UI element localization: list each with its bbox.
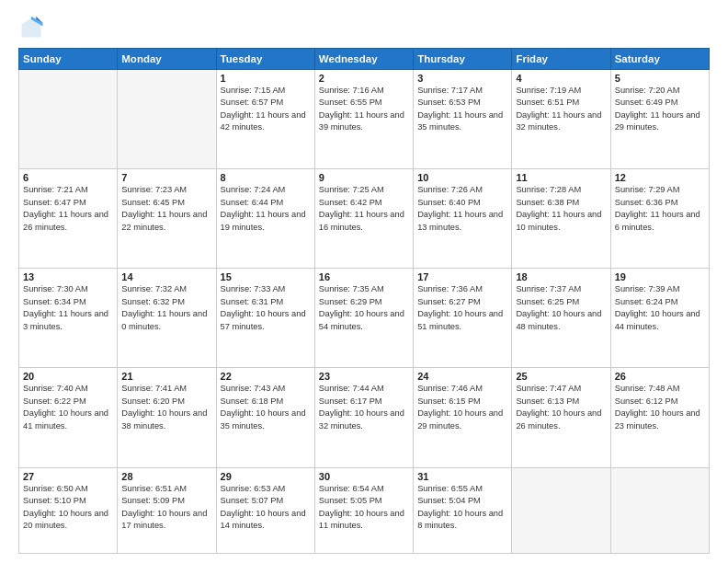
calendar-cell: 5Sunrise: 7:20 AM Sunset: 6:49 PM Daylig… bbox=[610, 70, 709, 169]
calendar-cell bbox=[512, 467, 610, 553]
day-info: Sunrise: 7:20 AM Sunset: 6:49 PM Dayligh… bbox=[615, 85, 705, 134]
page: SundayMondayTuesdayWednesdayThursdayFrid… bbox=[0, 0, 728, 563]
calendar-cell: 14Sunrise: 7:32 AM Sunset: 6:32 PM Dayli… bbox=[118, 269, 216, 368]
week-row-3: 13Sunrise: 7:30 AM Sunset: 6:34 PM Dayli… bbox=[19, 269, 710, 368]
day-number: 22 bbox=[221, 371, 311, 382]
day-number: 12 bbox=[615, 172, 705, 183]
weekday-header-saturday: Saturday bbox=[610, 49, 709, 70]
day-info: Sunrise: 6:54 AM Sunset: 5:05 PM Dayligh… bbox=[319, 483, 409, 533]
calendar-cell: 4Sunrise: 7:19 AM Sunset: 6:51 PM Daylig… bbox=[512, 70, 610, 169]
calendar-cell bbox=[19, 70, 118, 169]
day-info: Sunrise: 7:44 AM Sunset: 6:17 PM Dayligh… bbox=[319, 383, 409, 432]
day-info: Sunrise: 7:43 AM Sunset: 6:18 PM Dayligh… bbox=[221, 383, 311, 432]
day-info: Sunrise: 6:53 AM Sunset: 5:07 PM Dayligh… bbox=[221, 483, 311, 533]
day-info: Sunrise: 7:21 AM Sunset: 6:47 PM Dayligh… bbox=[23, 184, 113, 234]
calendar-cell: 31Sunrise: 6:55 AM Sunset: 5:04 PM Dayli… bbox=[414, 467, 512, 553]
calendar-cell: 25Sunrise: 7:47 AM Sunset: 6:13 PM Dayli… bbox=[512, 368, 610, 467]
day-info: Sunrise: 7:23 AM Sunset: 6:45 PM Dayligh… bbox=[121, 184, 211, 234]
day-number: 24 bbox=[417, 371, 507, 382]
calendar-cell: 24Sunrise: 7:46 AM Sunset: 6:15 PM Dayli… bbox=[414, 368, 512, 467]
day-info: Sunrise: 6:55 AM Sunset: 5:04 PM Dayligh… bbox=[417, 483, 507, 533]
day-info: Sunrise: 7:40 AM Sunset: 6:22 PM Dayligh… bbox=[23, 383, 113, 432]
calendar-cell: 26Sunrise: 7:48 AM Sunset: 6:12 PM Dayli… bbox=[610, 368, 709, 467]
day-info: Sunrise: 7:25 AM Sunset: 6:42 PM Dayligh… bbox=[319, 184, 409, 234]
calendar-cell: 17Sunrise: 7:36 AM Sunset: 6:27 PM Dayli… bbox=[414, 269, 512, 368]
day-number: 18 bbox=[516, 271, 606, 282]
weekday-header-wednesday: Wednesday bbox=[314, 49, 413, 70]
day-info: Sunrise: 7:16 AM Sunset: 6:55 PM Dayligh… bbox=[319, 85, 409, 134]
day-info: Sunrise: 7:19 AM Sunset: 6:51 PM Dayligh… bbox=[516, 85, 606, 134]
day-info: Sunrise: 7:46 AM Sunset: 6:15 PM Dayligh… bbox=[417, 383, 507, 432]
day-info: Sunrise: 7:48 AM Sunset: 6:12 PM Dayligh… bbox=[615, 383, 705, 432]
week-row-5: 27Sunrise: 6:50 AM Sunset: 5:10 PM Dayli… bbox=[19, 467, 710, 553]
logo-icon bbox=[18, 15, 44, 40]
day-info: Sunrise: 7:29 AM Sunset: 6:36 PM Dayligh… bbox=[615, 184, 705, 234]
day-number: 30 bbox=[319, 471, 409, 482]
calendar-cell: 29Sunrise: 6:53 AM Sunset: 5:07 PM Dayli… bbox=[216, 467, 314, 553]
calendar-table: SundayMondayTuesdayWednesdayThursdayFrid… bbox=[18, 48, 710, 554]
calendar-cell bbox=[118, 70, 216, 169]
day-info: Sunrise: 7:36 AM Sunset: 6:27 PM Dayligh… bbox=[417, 283, 507, 333]
day-number: 25 bbox=[516, 371, 606, 382]
calendar-cell: 1Sunrise: 7:15 AM Sunset: 6:57 PM Daylig… bbox=[216, 70, 314, 169]
calendar-cell: 13Sunrise: 7:30 AM Sunset: 6:34 PM Dayli… bbox=[19, 269, 118, 368]
calendar-cell: 11Sunrise: 7:28 AM Sunset: 6:38 PM Dayli… bbox=[512, 169, 610, 269]
day-info: Sunrise: 7:28 AM Sunset: 6:38 PM Dayligh… bbox=[516, 184, 606, 234]
logo bbox=[18, 15, 48, 40]
day-number: 13 bbox=[23, 271, 113, 282]
calendar-cell: 12Sunrise: 7:29 AM Sunset: 6:36 PM Dayli… bbox=[610, 169, 709, 269]
calendar-cell: 18Sunrise: 7:37 AM Sunset: 6:25 PM Dayli… bbox=[512, 269, 610, 368]
day-number: 15 bbox=[221, 271, 311, 282]
day-number: 6 bbox=[23, 172, 113, 183]
day-number: 10 bbox=[417, 172, 507, 183]
day-number: 4 bbox=[516, 73, 606, 84]
day-number: 3 bbox=[417, 73, 507, 84]
weekday-header-thursday: Thursday bbox=[414, 49, 512, 70]
weekday-header-row: SundayMondayTuesdayWednesdayThursdayFrid… bbox=[19, 49, 710, 70]
weekday-header-sunday: Sunday bbox=[19, 49, 118, 70]
calendar-cell: 16Sunrise: 7:35 AM Sunset: 6:29 PM Dayli… bbox=[314, 269, 413, 368]
day-info: Sunrise: 7:30 AM Sunset: 6:34 PM Dayligh… bbox=[23, 283, 113, 333]
day-info: Sunrise: 7:35 AM Sunset: 6:29 PM Dayligh… bbox=[319, 283, 409, 333]
day-info: Sunrise: 7:32 AM Sunset: 6:32 PM Dayligh… bbox=[121, 283, 211, 333]
day-number: 31 bbox=[417, 471, 507, 482]
day-number: 20 bbox=[23, 371, 113, 382]
day-info: Sunrise: 6:50 AM Sunset: 5:10 PM Dayligh… bbox=[23, 483, 113, 533]
calendar-cell: 2Sunrise: 7:16 AM Sunset: 6:55 PM Daylig… bbox=[314, 70, 413, 169]
calendar-cell: 8Sunrise: 7:24 AM Sunset: 6:44 PM Daylig… bbox=[216, 169, 314, 269]
calendar-cell bbox=[610, 467, 709, 553]
day-info: Sunrise: 7:24 AM Sunset: 6:44 PM Dayligh… bbox=[221, 184, 311, 234]
calendar-cell: 9Sunrise: 7:25 AM Sunset: 6:42 PM Daylig… bbox=[314, 169, 413, 269]
day-number: 17 bbox=[417, 271, 507, 282]
day-number: 8 bbox=[221, 172, 311, 183]
day-number: 26 bbox=[615, 371, 705, 382]
calendar-cell: 23Sunrise: 7:44 AM Sunset: 6:17 PM Dayli… bbox=[314, 368, 413, 467]
day-info: Sunrise: 7:41 AM Sunset: 6:20 PM Dayligh… bbox=[121, 383, 211, 432]
day-number: 29 bbox=[221, 471, 311, 482]
day-number: 27 bbox=[23, 471, 113, 482]
calendar-cell: 30Sunrise: 6:54 AM Sunset: 5:05 PM Dayli… bbox=[314, 467, 413, 553]
calendar-cell: 7Sunrise: 7:23 AM Sunset: 6:45 PM Daylig… bbox=[118, 169, 216, 269]
day-number: 5 bbox=[615, 73, 705, 84]
week-row-1: 1Sunrise: 7:15 AM Sunset: 6:57 PM Daylig… bbox=[19, 70, 710, 169]
day-number: 14 bbox=[121, 271, 211, 282]
calendar-cell: 6Sunrise: 7:21 AM Sunset: 6:47 PM Daylig… bbox=[19, 169, 118, 269]
calendar-cell: 20Sunrise: 7:40 AM Sunset: 6:22 PM Dayli… bbox=[19, 368, 118, 467]
day-info: Sunrise: 6:51 AM Sunset: 5:09 PM Dayligh… bbox=[121, 483, 211, 533]
day-info: Sunrise: 7:15 AM Sunset: 6:57 PM Dayligh… bbox=[221, 85, 311, 134]
day-number: 2 bbox=[319, 73, 409, 84]
day-number: 7 bbox=[121, 172, 211, 183]
day-number: 11 bbox=[516, 172, 606, 183]
header bbox=[18, 15, 710, 40]
calendar-cell: 3Sunrise: 7:17 AM Sunset: 6:53 PM Daylig… bbox=[414, 70, 512, 169]
day-info: Sunrise: 7:47 AM Sunset: 6:13 PM Dayligh… bbox=[516, 383, 606, 432]
calendar-cell: 15Sunrise: 7:33 AM Sunset: 6:31 PM Dayli… bbox=[216, 269, 314, 368]
day-number: 28 bbox=[121, 471, 211, 482]
day-number: 21 bbox=[121, 371, 211, 382]
weekday-header-monday: Monday bbox=[118, 49, 216, 70]
day-info: Sunrise: 7:37 AM Sunset: 6:25 PM Dayligh… bbox=[516, 283, 606, 333]
weekday-header-tuesday: Tuesday bbox=[216, 49, 314, 70]
week-row-4: 20Sunrise: 7:40 AM Sunset: 6:22 PM Dayli… bbox=[19, 368, 710, 467]
day-number: 19 bbox=[615, 271, 705, 282]
day-number: 1 bbox=[221, 73, 311, 84]
